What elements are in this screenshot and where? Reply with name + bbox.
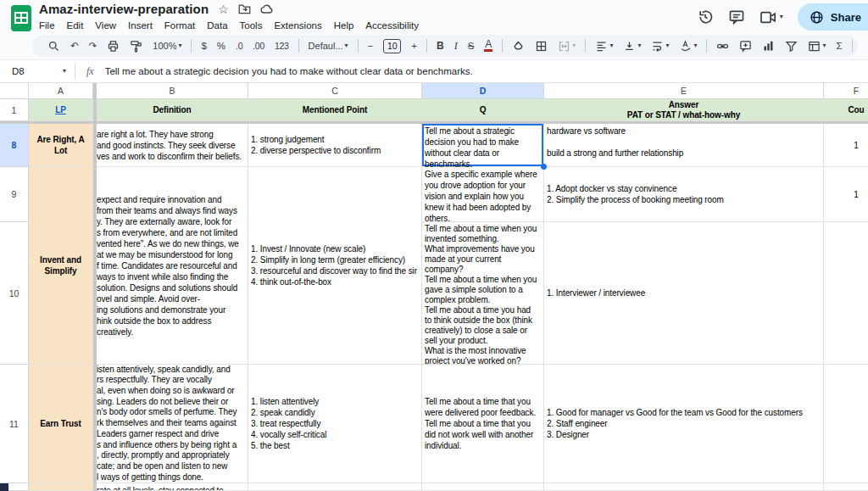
cell-B12[interactable]: rate at all levels, stay connected to: [97, 483, 248, 491]
cell-A8[interactable]: Are Right, ALot: [29, 124, 93, 167]
cell-D8[interactable]: Tell me about a strategicdecision you ha…: [422, 124, 544, 167]
cell-C11[interactable]: 1. listen attentively2. speak candidly3.…: [248, 365, 422, 483]
cell-B1[interactable]: Definition: [97, 99, 248, 121]
toolbar-paint-format-icon[interactable]: [125, 40, 147, 53]
menu-format[interactable]: Format: [159, 20, 201, 31]
menu-accessibility[interactable]: Accessibility: [359, 20, 425, 31]
cell-E9[interactable]: 1. Adopt docker vs stay convinence2. Sim…: [544, 167, 824, 222]
cell-F8[interactable]: 1: [824, 124, 868, 167]
cell-C9[interactable]: 1. Invest / Innovate (new scale)2. Simpl…: [248, 167, 422, 365]
cell-E11[interactable]: 1. Good for manager vs Good for the team…: [544, 365, 824, 483]
toolbar-horizontal-align-icon[interactable]: ▾: [590, 40, 618, 53]
toolbar-insert-chart-icon[interactable]: [757, 40, 780, 53]
row-header-11[interactable]: 11: [0, 365, 29, 483]
toolbar-decrease-font-size[interactable]: −: [363, 41, 379, 51]
sheets-logo-icon[interactable]: [9, 2, 32, 34]
cell-A11[interactable]: Earn Trust: [29, 365, 93, 483]
menu-extensions[interactable]: Extensions: [268, 20, 327, 31]
menu-view[interactable]: View: [89, 20, 122, 31]
toolbar-print-icon[interactable]: [102, 40, 125, 53]
toolbar-bold[interactable]: B: [431, 40, 449, 52]
menu-data[interactable]: Data: [201, 20, 233, 31]
cell-F9[interactable]: 1: [824, 167, 868, 222]
cell-E10[interactable]: 1. Interviewer / interviewee: [544, 222, 824, 365]
cell-B9[interactable]: expect and require innovation andfrom th…: [97, 167, 248, 365]
toolbar-text-wrapping-icon[interactable]: ▾: [646, 40, 674, 53]
move-folder-icon[interactable]: [238, 3, 251, 14]
cell-F12[interactable]: [824, 483, 868, 491]
menu-edit[interactable]: Edit: [61, 20, 90, 31]
cell-E12[interactable]: [544, 483, 824, 491]
cell-B8[interactable]: are right a lot. They have strongand goo…: [97, 124, 248, 167]
toolbar-insert-link-icon[interactable]: [711, 40, 734, 53]
cell-D10[interactable]: Tell me about a time when youinvented so…: [422, 222, 544, 365]
row-header-1[interactable]: 1: [0, 99, 29, 121]
toolbar-merge-cells-icon[interactable]: ▾: [553, 40, 581, 53]
cell-E8[interactable]: hardware vs software build a strong and …: [544, 124, 824, 167]
cell-A1[interactable]: LP: [29, 99, 93, 121]
menu-help[interactable]: Help: [328, 20, 360, 31]
toolbar-increase-decimal-places[interactable]: .00: [248, 41, 270, 51]
cell-A9[interactable]: Invent andSimplify: [29, 167, 93, 365]
toolbar-text-rotation-icon[interactable]: ▾: [674, 40, 702, 53]
toolbar-text-color[interactable]: A: [479, 40, 498, 52]
name-box[interactable]: D8 ▾: [0, 66, 75, 76]
cell-F11[interactable]: [824, 365, 868, 483]
menu-file[interactable]: File: [33, 20, 61, 31]
toolbar-input-tools[interactable]: 注▾: [857, 40, 858, 53]
toolbar-redo[interactable]: ↷: [84, 40, 103, 52]
share-button[interactable]: Share: [798, 3, 868, 31]
cell-A12[interactable]: [29, 483, 93, 491]
row-header-9[interactable]: 9: [0, 167, 29, 222]
cell-F10[interactable]: [824, 222, 868, 365]
toolbar-strikethrough[interactable]: S: [463, 41, 480, 51]
cell-D11[interactable]: Tell me about a time that youwere delive…: [422, 365, 544, 483]
frozen-column-divider[interactable]: [93, 83, 97, 491]
col-header-C[interactable]: C: [248, 83, 422, 99]
comments-icon[interactable]: [728, 8, 745, 25]
toolbar-search-icon[interactable]: [42, 40, 65, 53]
row-header-8[interactable]: 8: [0, 124, 29, 167]
document-title[interactable]: Amaz-interview-preparation: [39, 2, 209, 16]
cell-F1[interactable]: Cou: [824, 99, 868, 121]
toolbar-vertical-align-icon[interactable]: ▾: [618, 40, 646, 53]
toolbar-font-family[interactable]: Defaul...▾: [303, 41, 353, 51]
selection-fill-handle[interactable]: [541, 164, 547, 170]
toolbar-more-formats[interactable]: 123: [270, 41, 294, 51]
toolbar-italic[interactable]: I: [449, 40, 463, 53]
meet-icon[interactable]: ▾: [760, 10, 783, 25]
toolbar-fill-color-icon[interactable]: [507, 40, 530, 53]
toolbar-decrease-decimal-places[interactable]: .0: [231, 41, 248, 51]
col-header-B[interactable]: B: [97, 83, 248, 99]
col-header-D[interactable]: D: [422, 83, 544, 99]
toolbar-borders-icon[interactable]: [530, 40, 553, 53]
toolbar-increase-font-size[interactable]: +: [406, 41, 422, 51]
toolbar-zoom[interactable]: 100%▾: [147, 41, 186, 51]
toolbar-font-size[interactable]: 10: [378, 39, 406, 53]
cell-D9[interactable]: Give a specific example whereyou drove a…: [422, 167, 544, 222]
cell-D12[interactable]: [422, 483, 544, 491]
col-header-A[interactable]: A: [29, 83, 93, 99]
cell-C8[interactable]: 1. strong judgement2. diverse perspectiv…: [248, 124, 422, 167]
cell-E1[interactable]: AnswerPAT or STAT / what-how-why: [544, 99, 824, 121]
cell-D1[interactable]: Q: [422, 99, 544, 121]
toolbar-insert-comment-icon[interactable]: [734, 40, 757, 53]
star-icon[interactable]: ☆: [218, 3, 229, 15]
name-box-caret-icon[interactable]: ▾: [63, 68, 66, 75]
version-history-icon[interactable]: [697, 8, 714, 25]
menu-tools[interactable]: Tools: [234, 20, 269, 31]
menu-insert[interactable]: Insert: [122, 20, 159, 31]
cell-C1[interactable]: Mentioned Point: [248, 99, 422, 121]
toolbar-format-as-currency[interactable]: $: [196, 41, 211, 51]
select-all-corner[interactable]: [0, 83, 29, 99]
toolbar-functions[interactable]: Σ: [831, 41, 847, 51]
cell-C12[interactable]: [248, 483, 422, 491]
toolbar-table-views-icon[interactable]: ▾: [803, 40, 831, 53]
col-header-F[interactable]: F: [824, 83, 868, 99]
toolbar-format-as-percent[interactable]: %: [212, 41, 231, 51]
formula-input[interactable]: Tell me about a strategic decision you h…: [105, 66, 473, 76]
meet-caret-icon[interactable]: ▾: [780, 14, 783, 20]
col-header-E[interactable]: E: [544, 83, 824, 99]
row-header-10[interactable]: 10: [0, 222, 29, 365]
cell-B11[interactable]: isten attentively, speak candidly, andrs…: [97, 365, 248, 483]
